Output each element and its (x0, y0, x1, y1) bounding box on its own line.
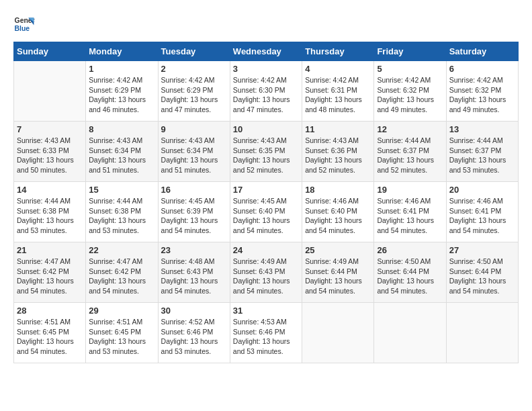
header-day-tuesday: Tuesday (158, 42, 230, 61)
day-info: Sunrise: 4:51 AM Sunset: 6:45 PM Dayligh… (89, 317, 154, 357)
day-info: Sunrise: 4:42 AM Sunset: 6:31 PM Dayligh… (305, 75, 371, 115)
header-day-friday: Friday (374, 42, 446, 61)
day-number: 6 (449, 64, 515, 74)
calendar-cell: 6Sunrise: 4:42 AM Sunset: 6:32 PM Daylig… (446, 61, 518, 122)
calendar-cell: 5Sunrise: 4:42 AM Sunset: 6:32 PM Daylig… (374, 61, 446, 122)
calendar-cell (374, 303, 446, 363)
calendar-cell: 12Sunrise: 4:44 AM Sunset: 6:37 PM Dayli… (374, 122, 446, 182)
day-number: 31 (233, 306, 299, 316)
calendar-cell: 23Sunrise: 4:48 AM Sunset: 6:43 PM Dayli… (158, 242, 230, 303)
calendar-cell: 31Sunrise: 4:53 AM Sunset: 6:46 PM Dayli… (230, 303, 302, 363)
calendar-cell: 27Sunrise: 4:50 AM Sunset: 6:44 PM Dayli… (446, 242, 518, 303)
calendar-cell: 22Sunrise: 4:47 AM Sunset: 6:42 PM Dayli… (86, 242, 158, 303)
day-number: 23 (161, 245, 227, 255)
day-number: 30 (161, 306, 227, 316)
calendar-cell: 16Sunrise: 4:45 AM Sunset: 6:39 PM Dayli… (158, 182, 230, 242)
calendar-header: SundayMondayTuesdayWednesdayThursdayFrid… (14, 42, 519, 61)
calendar-cell: 28Sunrise: 4:51 AM Sunset: 6:45 PM Dayli… (14, 303, 86, 363)
calendar-cell: 7Sunrise: 4:43 AM Sunset: 6:33 PM Daylig… (14, 122, 86, 182)
day-number: 5 (377, 64, 443, 74)
week-row-1: 7Sunrise: 4:43 AM Sunset: 6:33 PM Daylig… (14, 122, 519, 182)
day-number: 9 (161, 124, 227, 134)
day-info: Sunrise: 4:42 AM Sunset: 6:29 PM Dayligh… (161, 75, 227, 115)
day-info: Sunrise: 4:50 AM Sunset: 6:44 PM Dayligh… (377, 257, 443, 296)
day-info: Sunrise: 4:42 AM Sunset: 6:30 PM Dayligh… (233, 75, 299, 115)
day-number: 8 (89, 124, 154, 134)
day-info: Sunrise: 4:42 AM Sunset: 6:32 PM Dayligh… (377, 75, 443, 115)
logo-icon: General Blue (13, 13, 35, 35)
day-number: 21 (17, 245, 83, 255)
day-number: 15 (89, 185, 154, 195)
calendar-cell: 19Sunrise: 4:46 AM Sunset: 6:41 PM Dayli… (374, 182, 446, 242)
day-info: Sunrise: 4:45 AM Sunset: 6:39 PM Dayligh… (161, 196, 227, 236)
day-number: 19 (377, 185, 443, 195)
day-info: Sunrise: 4:42 AM Sunset: 6:29 PM Dayligh… (89, 75, 154, 115)
calendar-cell: 1Sunrise: 4:42 AM Sunset: 6:29 PM Daylig… (86, 61, 158, 122)
day-info: Sunrise: 4:49 AM Sunset: 6:44 PM Dayligh… (305, 257, 371, 296)
calendar-cell: 29Sunrise: 4:51 AM Sunset: 6:45 PM Dayli… (86, 303, 158, 363)
day-number: 2 (161, 64, 227, 74)
day-number: 10 (233, 124, 299, 134)
day-info: Sunrise: 4:44 AM Sunset: 6:38 PM Dayligh… (17, 196, 83, 236)
header-row: SundayMondayTuesdayWednesdayThursdayFrid… (14, 42, 519, 61)
calendar-cell: 13Sunrise: 4:44 AM Sunset: 6:37 PM Dayli… (446, 122, 518, 182)
calendar-body: 1Sunrise: 4:42 AM Sunset: 6:29 PM Daylig… (14, 61, 519, 363)
day-info: Sunrise: 4:44 AM Sunset: 6:38 PM Dayligh… (89, 196, 154, 236)
day-info: Sunrise: 4:47 AM Sunset: 6:42 PM Dayligh… (17, 257, 83, 296)
day-info: Sunrise: 4:48 AM Sunset: 6:43 PM Dayligh… (161, 257, 227, 296)
calendar-cell: 8Sunrise: 4:43 AM Sunset: 6:34 PM Daylig… (86, 122, 158, 182)
day-info: Sunrise: 4:44 AM Sunset: 6:37 PM Dayligh… (377, 136, 443, 175)
day-number: 13 (449, 124, 515, 134)
day-info: Sunrise: 4:45 AM Sunset: 6:40 PM Dayligh… (233, 196, 299, 236)
week-row-4: 28Sunrise: 4:51 AM Sunset: 6:45 PM Dayli… (14, 303, 519, 363)
day-info: Sunrise: 4:46 AM Sunset: 6:41 PM Dayligh… (449, 196, 515, 236)
day-number: 1 (89, 64, 154, 74)
day-number: 7 (17, 124, 83, 134)
day-number: 11 (305, 124, 371, 134)
calendar-cell: 14Sunrise: 4:44 AM Sunset: 6:38 PM Dayli… (14, 182, 86, 242)
calendar-cell: 24Sunrise: 4:49 AM Sunset: 6:43 PM Dayli… (230, 242, 302, 303)
calendar-cell: 18Sunrise: 4:46 AM Sunset: 6:40 PM Dayli… (302, 182, 374, 242)
day-info: Sunrise: 4:43 AM Sunset: 6:33 PM Dayligh… (17, 136, 83, 175)
week-row-2: 14Sunrise: 4:44 AM Sunset: 6:38 PM Dayli… (14, 182, 519, 242)
calendar-cell: 9Sunrise: 4:43 AM Sunset: 6:34 PM Daylig… (158, 122, 230, 182)
header-day-sunday: Sunday (14, 42, 86, 61)
day-number: 17 (233, 185, 299, 195)
svg-text:Blue: Blue (15, 25, 30, 32)
day-number: 14 (17, 185, 83, 195)
week-row-0: 1Sunrise: 4:42 AM Sunset: 6:29 PM Daylig… (14, 61, 519, 122)
logo: General Blue (13, 13, 35, 35)
calendar-cell: 25Sunrise: 4:49 AM Sunset: 6:44 PM Dayli… (302, 242, 374, 303)
day-number: 29 (89, 306, 154, 316)
day-info: Sunrise: 4:42 AM Sunset: 6:32 PM Dayligh… (449, 75, 515, 115)
calendar-cell (302, 303, 374, 363)
day-number: 3 (233, 64, 299, 74)
calendar-cell (14, 61, 86, 122)
day-info: Sunrise: 4:47 AM Sunset: 6:42 PM Dayligh… (89, 257, 154, 296)
header-day-wednesday: Wednesday (230, 42, 302, 61)
calendar-cell: 10Sunrise: 4:43 AM Sunset: 6:35 PM Dayli… (230, 122, 302, 182)
calendar-cell: 20Sunrise: 4:46 AM Sunset: 6:41 PM Dayli… (446, 182, 518, 242)
day-info: Sunrise: 4:49 AM Sunset: 6:43 PM Dayligh… (233, 257, 299, 296)
calendar-cell (446, 303, 518, 363)
calendar-cell: 15Sunrise: 4:44 AM Sunset: 6:38 PM Dayli… (86, 182, 158, 242)
day-info: Sunrise: 4:43 AM Sunset: 6:34 PM Dayligh… (161, 136, 227, 175)
day-info: Sunrise: 4:50 AM Sunset: 6:44 PM Dayligh… (449, 257, 515, 296)
day-info: Sunrise: 4:52 AM Sunset: 6:46 PM Dayligh… (161, 317, 227, 357)
calendar-cell: 21Sunrise: 4:47 AM Sunset: 6:42 PM Dayli… (14, 242, 86, 303)
calendar-cell: 30Sunrise: 4:52 AM Sunset: 6:46 PM Dayli… (158, 303, 230, 363)
day-number: 26 (377, 245, 443, 255)
calendar-cell: 3Sunrise: 4:42 AM Sunset: 6:30 PM Daylig… (230, 61, 302, 122)
calendar-cell: 17Sunrise: 4:45 AM Sunset: 6:40 PM Dayli… (230, 182, 302, 242)
calendar-cell: 11Sunrise: 4:43 AM Sunset: 6:36 PM Dayli… (302, 122, 374, 182)
day-number: 4 (305, 64, 371, 74)
day-info: Sunrise: 4:46 AM Sunset: 6:41 PM Dayligh… (377, 196, 443, 236)
day-info: Sunrise: 4:53 AM Sunset: 6:46 PM Dayligh… (233, 317, 299, 357)
calendar-cell: 4Sunrise: 4:42 AM Sunset: 6:31 PM Daylig… (302, 61, 374, 122)
day-info: Sunrise: 4:44 AM Sunset: 6:37 PM Dayligh… (449, 136, 515, 175)
calendar-table: SundayMondayTuesdayWednesdayThursdayFrid… (13, 42, 519, 363)
page-header: General Blue (13, 13, 519, 35)
header-day-thursday: Thursday (302, 42, 374, 61)
day-number: 12 (377, 124, 443, 134)
day-number: 24 (233, 245, 299, 255)
